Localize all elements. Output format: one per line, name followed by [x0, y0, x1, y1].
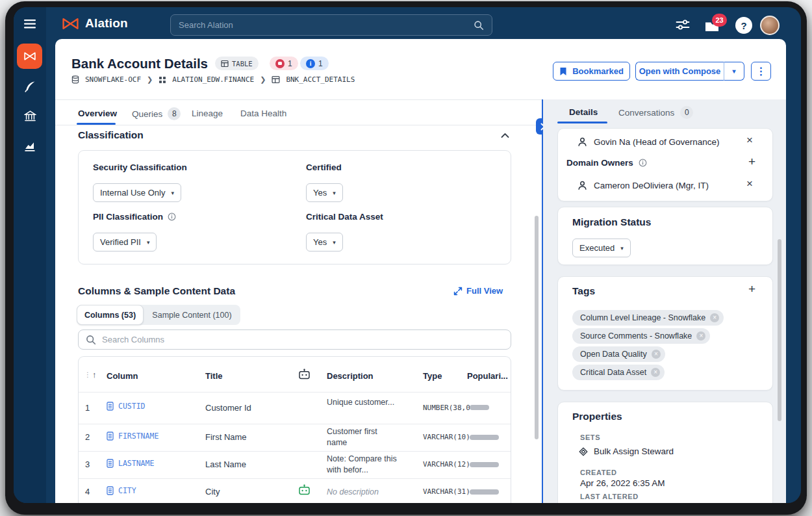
- col-header-popularity[interactable]: Populari...: [467, 371, 508, 381]
- table-row[interactable]: 2 FIRSTNAME First Name Customer first na…: [79, 424, 511, 451]
- columns-section-heading: Columns & Sample Content Data: [78, 285, 235, 297]
- rail-item-governance[interactable]: [23, 109, 37, 123]
- right-panel: Details Conversations0 Govin Na (Head of…: [543, 99, 786, 503]
- col-header-column[interactable]: Column: [107, 371, 138, 381]
- breadcrumb-table[interactable]: BNK_ACCT_DETAILS: [286, 75, 355, 84]
- tab-conversations[interactable]: Conversations0: [618, 106, 693, 119]
- row-number: 3: [85, 459, 90, 469]
- main-scrollbar[interactable]: [535, 216, 539, 439]
- page-card: Bank Account Details TABLE 1 i 1 SNOWFLA…: [55, 39, 786, 503]
- row-number: 1: [85, 403, 90, 413]
- tab-overview[interactable]: Overview: [78, 109, 117, 118]
- remove-tag-icon[interactable]: ×: [696, 331, 705, 341]
- search-columns-box[interactable]: [78, 329, 511, 350]
- pii-classification-dropdown[interactable]: Verified PII▾: [93, 233, 157, 252]
- tab-sample-content[interactable]: Sample Content (100): [144, 305, 240, 325]
- user-avatar[interactable]: [760, 16, 780, 35]
- window-frame: Alation .app input::placeholder{color:#8…: [5, 1, 807, 515]
- tab-data-health[interactable]: Data Health: [240, 109, 286, 118]
- row-number: 2: [85, 432, 90, 442]
- column-name-cell[interactable]: CITY: [107, 486, 136, 495]
- bank-icon: [24, 110, 36, 122]
- kebab-icon: ⋮: [756, 65, 767, 77]
- deprecation-flag[interactable]: 1: [270, 57, 298, 70]
- tag[interactable]: Column Level Lineage - Snowflake×: [572, 310, 724, 326]
- caret-down-icon: ▾: [333, 239, 336, 246]
- col-header-description[interactable]: Description: [327, 371, 374, 381]
- remove-tag-icon[interactable]: ×: [651, 368, 660, 377]
- inbox-button[interactable]: 23: [705, 18, 727, 36]
- panel-scrollbar[interactable]: [778, 239, 781, 421]
- info-circle-icon[interactable]: [168, 213, 176, 221]
- column-type: VARCHAR(31): [423, 487, 470, 496]
- tag[interactable]: Source Comments - Snowflake×: [572, 328, 710, 344]
- col-header-type[interactable]: Type: [423, 371, 442, 381]
- classification-card: Security Classification Internal Use Onl…: [78, 150, 511, 264]
- tab-lineage[interactable]: Lineage: [192, 109, 223, 118]
- notification-badge: 23: [712, 14, 727, 27]
- tag[interactable]: Critical Data Asset×: [572, 365, 665, 380]
- rail-item-compose[interactable]: [23, 79, 37, 94]
- popularity-bar: [470, 405, 489, 410]
- ai-suggestion-robot-icon[interactable]: [298, 368, 311, 380]
- tag[interactable]: Open Data Quality×: [572, 346, 665, 362]
- hamburger-menu-icon[interactable]: [22, 18, 38, 31]
- security-classification-dropdown[interactable]: Internal Use Only▾: [93, 183, 181, 202]
- settings-sliders-icon[interactable]: [675, 18, 691, 31]
- sort-control[interactable]: ⋮ ↑: [84, 370, 97, 380]
- col-header-title[interactable]: Title: [205, 371, 223, 381]
- person-icon: [577, 137, 587, 147]
- tab-details[interactable]: Details: [569, 107, 598, 117]
- migration-status-dropdown[interactable]: Executed▾: [572, 239, 631, 257]
- brand-logo[interactable]: Alation: [62, 16, 128, 31]
- columns-tabs-group: Columns (53) Sample Content (100): [77, 305, 240, 325]
- remove-domain-owner-button[interactable]: ×: [746, 179, 753, 188]
- domain-owners-row: Domain Owners: [566, 158, 647, 168]
- search-columns-input[interactable]: [102, 335, 503, 344]
- global-search[interactable]: [170, 14, 492, 36]
- critical-data-asset-dropdown[interactable]: Yes▾: [306, 233, 343, 252]
- info-circle-icon[interactable]: [639, 159, 647, 167]
- certified-dropdown[interactable]: Yes▾: [306, 183, 343, 202]
- column-type: NUMBER(38,0: [423, 404, 470, 412]
- column-name-cell[interactable]: LASTNAME: [107, 459, 154, 468]
- global-search-input[interactable]: [179, 20, 474, 30]
- add-tag-button[interactable]: +: [748, 283, 755, 295]
- help-icon[interactable]: ?: [735, 17, 752, 34]
- tab-columns[interactable]: Columns (53): [77, 305, 144, 325]
- rail-item-analytics[interactable]: [23, 138, 37, 153]
- alation-bowtie-icon: [23, 51, 36, 61]
- caret-down-icon: ▾: [333, 190, 336, 196]
- ai-suggested-robot-icon[interactable]: [298, 484, 311, 495]
- info-flag[interactable]: i 1: [300, 57, 329, 70]
- tab-queries[interactable]: Queries8: [132, 107, 181, 120]
- breadcrumb-schema[interactable]: ALATION_EDW.FINANCE: [172, 75, 254, 84]
- open-with-compose-button[interactable]: Open with Compose: [635, 62, 724, 81]
- quill-icon: [24, 81, 36, 92]
- column-name-cell[interactable]: CUSTID: [107, 402, 146, 411]
- remove-steward-button[interactable]: ×: [746, 136, 753, 145]
- deprecation-icon: [275, 59, 285, 68]
- sets-value-row[interactable]: Bulk Assign Steward: [579, 446, 674, 456]
- rail-item-catalog-home[interactable]: [17, 44, 42, 69]
- compose-dropdown-button[interactable]: ▾: [724, 62, 744, 81]
- table-row[interactable]: 1 CUSTID Customer Id Unique customer... …: [79, 392, 511, 424]
- table-icon: [272, 75, 280, 84]
- full-view-link[interactable]: Full View: [453, 286, 503, 296]
- remove-tag-icon[interactable]: ×: [652, 350, 661, 359]
- breadcrumb-chevron: ❯: [147, 75, 153, 84]
- more-actions-button[interactable]: ⋮: [751, 62, 771, 81]
- properties-card: Properties SETS Bulk Assign Steward CREA…: [557, 402, 773, 503]
- table-row[interactable]: 4 CITY City No description VARCHAR(31): [79, 478, 511, 503]
- remove-tag-icon[interactable]: ×: [710, 313, 719, 322]
- bookmarked-button[interactable]: Bookmarked: [553, 62, 630, 81]
- table-row[interactable]: 3 LASTNAME Last Name Note: Compare this …: [79, 451, 511, 478]
- column-name-cell[interactable]: FIRSTNAME: [107, 432, 159, 441]
- migration-status-heading: Migration Status: [572, 216, 651, 228]
- breadcrumb-datasource[interactable]: SNOWFLAKE-OCF: [85, 75, 141, 84]
- add-domain-owner-button[interactable]: +: [748, 156, 755, 168]
- collapse-section-button[interactable]: [500, 131, 510, 140]
- migration-status-card: Migration Status Executed▾: [557, 207, 773, 265]
- search-icon[interactable]: [474, 20, 484, 31]
- drag-handle-icon: ⋮: [84, 371, 90, 378]
